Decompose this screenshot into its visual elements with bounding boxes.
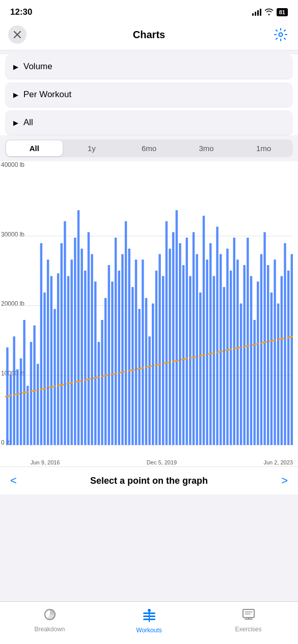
x-label-start: Jun 9, 2016 [31,459,60,465]
svg-rect-51 [155,271,157,445]
svg-rect-74 [233,238,235,445]
tab-3mo[interactable]: 3mo [178,140,235,156]
svg-rect-66 [206,259,208,445]
svg-rect-65 [203,216,205,445]
svg-rect-23 [61,243,63,445]
svg-rect-69 [216,227,218,445]
svg-rect-43 [128,249,130,445]
battery-icon: 81 [277,8,288,16]
svg-rect-72 [226,249,228,445]
svg-rect-63 [196,254,198,445]
tab-workouts-label: Workouts [136,627,161,634]
svg-rect-28 [77,210,79,445]
svg-rect-79 [250,276,252,445]
svg-rect-40 [118,271,120,445]
tab-1y[interactable]: 1y [64,140,120,156]
signal-icon [252,9,261,16]
tab-exercises[interactable]: Exercises [199,606,298,634]
svg-rect-81 [257,281,259,445]
svg-rect-42 [125,221,127,445]
svg-rect-64 [199,292,201,445]
svg-rect-57 [176,210,178,445]
chart-prev-button[interactable]: < [10,474,17,487]
time-tabs: All 1y 6mo 3mo 1mo [5,139,293,157]
svg-rect-38 [111,281,113,445]
svg-rect-73 [230,271,232,445]
tab-workouts[interactable]: Workouts [99,606,199,634]
svg-rect-17 [40,243,42,445]
svg-rect-89 [284,243,286,445]
svg-rect-37 [108,265,110,445]
svg-rect-68 [213,276,215,445]
tab-all[interactable]: All [6,140,63,156]
svg-rect-18 [43,292,45,445]
chart-info-text: Select a point on the graph [90,476,208,486]
close-button[interactable] [8,25,26,44]
svg-rect-20 [50,276,52,445]
tab-breakdown[interactable]: Breakdown [0,606,99,634]
svg-rect-30 [84,271,86,445]
svg-rect-75 [236,259,238,445]
svg-rect-24 [64,221,66,445]
filter-per-workout[interactable]: ▶ Per Workout [5,82,293,107]
svg-rect-9 [13,336,15,445]
svg-rect-80 [253,320,255,445]
filter-per-workout-arrow: ▶ [13,91,18,99]
svg-rect-35 [101,320,103,445]
chart-svg[interactable] [5,166,293,446]
svg-rect-19 [47,259,49,445]
svg-rect-61 [189,276,191,445]
tab-6mo[interactable]: 6mo [121,140,177,156]
svg-rect-26 [71,259,73,445]
svg-rect-86 [274,259,276,445]
svg-rect-70 [220,254,222,445]
tab-1mo[interactable]: 1mo [235,140,292,156]
svg-rect-31 [88,232,90,445]
svg-rect-12 [23,320,25,445]
chart-container[interactable]: 0 lb 10000 lb 20000 lb 30000 lb 40000 lb [0,161,298,466]
svg-rect-76 [240,304,242,445]
chart-info: < Select a point on the graph > [0,466,298,494]
svg-rect-48 [145,298,147,445]
filter-volume[interactable]: ▶ Volume [5,54,293,79]
chart-x-labels: Jun 9, 2016 Dec 5, 2019 Jun 2, 2023 [31,459,293,465]
svg-rect-90 [287,271,289,445]
svg-rect-82 [260,254,262,445]
tab-breakdown-label: Breakdown [34,626,65,633]
svg-rect-29 [80,249,83,445]
svg-rect-15 [33,326,35,445]
svg-rect-46 [138,309,140,445]
x-label-mid: Dec 5, 2019 [147,459,177,465]
svg-rect-49 [148,336,150,445]
settings-button[interactable] [272,25,290,44]
filter-volume-arrow: ▶ [13,63,18,71]
svg-rect-22 [57,273,59,445]
svg-rect-41 [121,254,123,445]
svg-rect-21 [53,309,56,445]
svg-rect-77 [243,265,246,445]
svg-rect-88 [281,276,283,445]
status-time: 12:30 [10,7,32,17]
svg-rect-25 [67,276,69,445]
exercises-icon [242,608,255,624]
filter-all[interactable]: ▶ All [5,110,293,135]
svg-rect-39 [115,238,117,445]
svg-rect-60 [186,238,188,445]
chart-next-button[interactable]: > [281,474,288,487]
status-bar: 12:30 81 [0,0,298,20]
svg-rect-27 [74,238,76,445]
svg-rect-52 [158,254,160,445]
svg-rect-58 [179,243,181,445]
svg-rect-71 [223,287,225,445]
workouts-icon [142,608,156,625]
filter-all-arrow: ▶ [13,119,18,127]
svg-rect-53 [162,276,164,445]
svg-rect-11 [20,358,22,445]
filter-all-label: All [23,118,33,128]
svg-rect-33 [94,281,96,445]
wifi-icon [264,8,274,17]
svg-rect-62 [193,232,195,445]
filter-per-workout-label: Per Workout [23,90,71,100]
svg-rect-16 [37,364,39,445]
svg-rect-55 [169,249,171,445]
